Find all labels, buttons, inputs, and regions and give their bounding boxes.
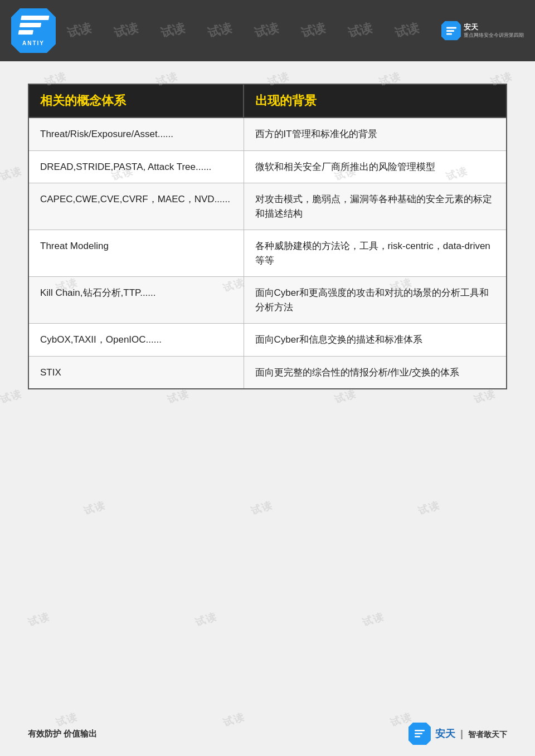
table-row: STIX面向更完整的综合性的情报分析/作业/交换的体系 [28,356,507,389]
antiy-logo: ANTIY [11,8,56,53]
svg-rect-2 [446,33,452,35]
table-cell-left-2: CAPEC,CWE,CVE,CVRF，MAEC，NVD...... [28,183,244,230]
footer-left-text: 有效防护 价值输出 [28,729,97,739]
svg-rect-5 [415,736,420,738]
header-right-logo-text: 安天 [464,23,524,32]
svg-rect-1 [446,30,454,32]
footer-logo-text: 安天 | 智者敢天下 [435,727,507,740]
table-cell-left-3: Threat Modeling [28,230,244,277]
main-content: 相关的概念体系 出现的背景 Threat/Risk/Exposure/Asset… [0,61,535,702]
table-cell-right-5: 面向Cyber和信息交换的描述和标准体系 [244,324,507,357]
table-cell-right-6: 面向更完整的综合性的情报分析/作业/交换的体系 [244,356,507,389]
footer-badge [408,723,431,745]
header-wm-1: 试读 [65,22,93,39]
table-row: CAPEC,CWE,CVE,CVRF，MAEC，NVD......对攻击模式，脆… [28,183,507,230]
header-wm-4: 试读 [206,22,234,39]
footer-divider: | [460,728,463,739]
header-wm-5: 试读 [252,22,280,39]
logo-text: ANTIY [22,40,45,46]
header-wm-7: 试读 [346,22,374,39]
table-cell-right-4: 面向Cyber和更高强度的攻击和对抗的场景的分析工具和分析方法 [244,277,507,324]
logo-stripe-1 [21,16,49,20]
header-wm-8: 试读 [393,22,421,39]
table-cell-right-3: 各种威胁建模的方法论，工具，risk-centric，data-driven等等 [244,230,507,277]
col-left-header: 相关的概念体系 [28,84,244,118]
table-cell-left-4: Kill Chain,钻石分析,TTP...... [28,277,244,324]
table-cell-left-0: Threat/Risk/Exposure/Asset...... [28,118,244,150]
table-row: Threat Modeling各种威胁建模的方法论，工具，risk-centri… [28,230,507,277]
svg-rect-0 [446,27,456,28]
main-table: 相关的概念体系 出现的背景 Threat/Risk/Exposure/Asset… [28,84,507,389]
header-badge [441,21,461,41]
table-cell-left-1: DREAD,STRIDE,PASTA, Attack Tree...... [28,150,244,183]
header-wm-6: 试读 [299,22,327,39]
logo-stripe-3 [18,30,33,35]
header-right-logo-sub: 重点网络安全今训营第四期 [464,31,524,38]
svg-rect-3 [415,730,425,731]
table-row: CybOX,TAXII，OpenIOC......面向Cyber和信息交换的描述… [28,324,507,357]
svg-rect-4 [415,733,422,735]
footer-logo-sub: 智者敢天下 [468,730,507,739]
footer: 有效防护 价值输出 安天 | 智者敢天下 [0,711,535,756]
header-wm-2: 试读 [112,22,140,39]
table-cell-left-5: CybOX,TAXII，OpenIOC...... [28,324,244,357]
header-wm-3: 试读 [159,22,187,39]
table-row: Threat/Risk/Exposure/Asset......西方的IT管理和… [28,118,507,150]
table-cell-right-2: 对攻击模式，脆弱点，漏洞等各种基础的安全元素的标定和描述结构 [244,183,507,230]
footer-right: 安天 | 智者敢天下 [408,723,507,745]
header: ANTIY 试读 试读 试读 试读 试读 试读 试读 试读 安天 重点网络安全今… [0,0,535,61]
table-cell-right-1: 微软和相关安全厂商所推出的风险管理模型 [244,150,507,183]
table-row: DREAD,STRIDE,PASTA, Attack Tree......微软和… [28,150,507,183]
table-cell-left-6: STIX [28,356,244,389]
header-right-logo: 安天 重点网络安全今训营第四期 [441,21,524,41]
col-right-header: 出现的背景 [244,84,507,118]
logo-stripe-2 [20,23,41,27]
logo-stripes [17,16,49,38]
footer-antiy-text: 安天 [435,728,455,739]
table-cell-right-0: 西方的IT管理和标准化的背景 [244,118,507,150]
table-row: Kill Chain,钻石分析,TTP......面向Cyber和更高强度的攻击… [28,277,507,324]
